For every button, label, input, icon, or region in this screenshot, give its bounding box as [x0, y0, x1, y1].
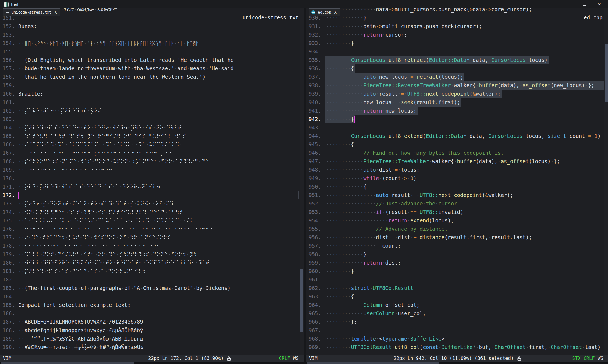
left-vscroll-thumb[interactable]: [300, 269, 303, 332]
code-line[interactable]: 946.············//·Find·out·how·many·byt…: [306, 149, 604, 157]
code-line[interactable]: 178.··⠊⠎·⠔·⠹⠑·⠎⠊⠍⠊⠇⠑⠆·⠁⠝⠙·⠍⠹·⠥⠝⠙⠁⠇⠇⠪⠫·⠙⠁…: [0, 242, 300, 250]
line-number: 190.: [0, 343, 15, 351]
code-line[interactable]: 958.············}: [306, 250, 604, 259]
code-line[interactable]: 174.··⠪⠝·⠅⠝⠪⠇⠫⠛⠑⠂·⠱⠁⠞·⠹⠻⠑·⠊⠎·⠏⠜⠞⠊⠊⠥⠇⠜⠇⠹·…: [0, 208, 300, 216]
code-line[interactable]: 156.··(Old·English,·which·transcribed·in…: [0, 56, 300, 64]
right-code-lines[interactable]: 929.················data->multi_cursors.…: [306, 8, 604, 351]
code-line[interactable]: 947.············PieceTree::TreeWalker·wa…: [306, 157, 604, 166]
pane-splitter[interactable]: [304, 8, 306, 355]
code-line[interactable]: 169.··⠡⠕⠎⠑·⠞⠕·⠏⠥⠞·⠙⠊⠎·⠙⠁⠝⠙·⠞⠕⠲: [0, 166, 300, 174]
left-hscroll-thumb[interactable]: [1, 362, 134, 364]
code-line[interactable]: 166.··⠎⠊⠛⠝⠫·⠃⠹·⠹⠑·⠊⠇⠻⠛⠹⠍⠁⠝⠂·⠹⠑·⠊⠇⠻⠅⠂·⠹⠑·…: [0, 140, 300, 149]
code-line[interactable]: 181.··⡍⠜⠇⠑⠹·⠺⠁⠎·⠁⠎·⠙⠑⠁⠙·⠁⠎·⠁·⠙⠕⠕⠗⠤⠝⠁⠊⠇⠲: [0, 267, 300, 275]
right-hscroll-thumb[interactable]: [307, 362, 439, 364]
code-line[interactable]: 172.: [0, 191, 300, 199]
code-line[interactable]: 950.············{: [306, 183, 604, 191]
code-line[interactable]: 160.Braille:: [0, 90, 300, 98]
code-line[interactable]: 953.················if·(result·==·UTF8::…: [306, 208, 604, 216]
code-line[interactable]: 952.················//·Just·advance·the·…: [306, 199, 604, 208]
code-line[interactable]: 964.············Column·offset_col;: [306, 301, 604, 309]
code-line[interactable]: 942.········}: [306, 115, 604, 123]
code-line[interactable]: 163.: [0, 115, 300, 123]
code-line[interactable]: 165.··⠱⠁⠞⠑⠧⠻·⠁⠃⠳⠞·⠹⠁⠞⠲·⡹⠑·⠗⠑⠛⠊⠌⠻·⠕⠋·⠙⠊⠎·…: [0, 132, 300, 140]
code-line[interactable]: 154.··ᚻᛖ·ᚳᚹᚫᚦ·ᚦᚫᛏ·ᚻᛖ·ᛒᚢᛞᛖ·ᚩᚾ·ᚦᚫᛗ·ᛚᚪᚾᛞᛖ·ᚾ…: [0, 39, 300, 47]
code-line[interactable]: 930.············}: [306, 14, 604, 22]
code-line[interactable]: 187.··ABCDEFGHIJKLMNOPQRSTUVWXYZ·/012345…: [0, 318, 300, 326]
code-line[interactable]: 162.··⡌⠁⠧⠑·⠼⠁⠒··⡍⠜⠇⠑⠹⠰⠎·⡣⠕⠌: [0, 107, 300, 115]
code-line[interactable]: 176.··⠗⠑⠛⠜⠙·⠁·⠊⠕⠋⠋⠔⠤⠝⠁⠊⠇·⠁⠎·⠹⠑·⠙⠑⠁⠙⠑⠌·⠏⠊…: [0, 225, 300, 233]
code-line[interactable]: 180.··⠺⠊⠇⠇·⠹⠻⠑⠋⠕⠗⠑·⠏⠻⠍⠊⠞·⠍⠑·⠞⠕·⠗⠑⠏⠑⠁⠞⠂·⠑…: [0, 259, 300, 267]
code-line[interactable]: 168.··⡎⠊⠗⠕⠕⠛⠑⠰⠎·⠝⠁⠍⠑·⠺⠁⠎·⠛⠕⠕⠙·⠥⠏⠕⠝·⠰⡡⠁⠝⠛…: [0, 157, 300, 166]
code-line[interactable]: 932.············return·cursor;: [306, 31, 604, 39]
code-line[interactable]: 183.··(The·first·couple·of·paragraphs·of…: [0, 284, 300, 292]
code-line[interactable]: 935.········CursorLocus·utf8_retract(Edi…: [306, 56, 604, 64]
code-line[interactable]: 184.: [0, 292, 300, 301]
code-line[interactable]: 939.············auto·result·=·UTF8::next…: [306, 90, 604, 98]
code-line[interactable]: 957.················--count;: [306, 242, 604, 250]
code-line[interactable]: 158.··that·he·lived·in·the·northern·land…: [0, 73, 300, 81]
code-line[interactable]: 969.········UTF8ColResult·utf8_col(const…: [306, 343, 604, 351]
code-line[interactable]: 155.: [0, 47, 300, 56]
code-line[interactable]: 961.: [306, 275, 604, 284]
tab-close-icon[interactable]: X: [334, 10, 337, 14]
code-line[interactable]: 189.··–—‘“”„†•…‰™œŠŸž€·ΑΒΓΔΩαβγδω·АБВГДа…: [0, 335, 300, 343]
close-button[interactable]: ×: [593, 0, 606, 8]
code-line[interactable]: 959.············return·dist;: [306, 259, 604, 267]
code-line[interactable]: 179.··⠩⠁⠇⠇·⠝⠕⠞·⠙⠊⠌⠥⠗⠃·⠊⠞⠂·⠕⠗·⠹⠑·⡊⠳⠝⠞⠗⠹⠰⠎…: [0, 250, 300, 259]
code-line[interactable]: 966.········};: [306, 318, 604, 326]
code-line[interactable]: 188.··abcdefghijklmnopqrstuvwxyz·£©µÀÆÖÞ…: [0, 326, 300, 335]
code-line[interactable]: 945.········{: [306, 140, 604, 149]
code-line[interactable]: 948.············auto·dist·=·locus;: [306, 166, 604, 174]
right-vscroll-thumb[interactable]: [605, 44, 608, 102]
tab-close-icon[interactable]: X: [55, 10, 57, 14]
minimize-button[interactable]: −: [562, 0, 575, 8]
code-line[interactable]: 949.············while·(count·>·0): [306, 174, 604, 183]
code-line[interactable]: 185.Compact·font·selection·example·text:: [0, 301, 300, 309]
code-line[interactable]: 177.··⠔·⠹⠑·⠞⠗⠁⠙⠑⠲·⡃⠥⠞·⠹⠑·⠺⠊⠎⠙⠕⠍·⠕⠋·⠳⠗·⠁⠝…: [0, 233, 300, 242]
code-line[interactable]: 171.··⡕⠇⠙·⡍⠜⠇⠑⠹·⠺⠁⠎·⠁⠎·⠙⠑⠁⠙·⠁⠎·⠁·⠙⠕⠕⠗⠤⠝⠁…: [0, 183, 300, 191]
code-line[interactable]: 955.················//·Advance·by·distan…: [306, 225, 604, 233]
code-line[interactable]: 937.············auto·new_locus·=·retract…: [306, 73, 604, 81]
code-line[interactable]: 152.Runes:: [0, 22, 300, 31]
code-line[interactable]: 190.··∀∂∈ℝ∧∪≡∞·↑↗↨↻⇣·┐┼╔╘░►☺♀·ﬁ�⑀₂ἠḂӥẄɐː…: [0, 343, 300, 351]
code-line[interactable]: 941.············return·new_locus;: [306, 107, 604, 115]
right-lock-icon[interactable]: [517, 358, 521, 361]
code-line[interactable]: 182.: [0, 275, 300, 284]
right-editor-pane[interactable]: 929.················data->multi_cursors.…: [306, 8, 608, 355]
code-line[interactable]: 186.: [0, 309, 300, 318]
code-line[interactable]: 931.············data->multi_cursors.push…: [306, 22, 604, 31]
code-line[interactable]: 153.: [0, 31, 300, 39]
code-line[interactable]: 962.········struct·UTF8ColResult: [306, 284, 604, 292]
left-editor-pane[interactable]: 150.··እግዜር·የከፈተውን·ጉሮሮ·ሳይዘጋው·አይድርም።151.15…: [0, 8, 304, 355]
code-line[interactable]: 929.················data->multi_cursors.…: [306, 8, 604, 14]
code-line[interactable]: 934.: [306, 47, 604, 56]
tab-unicode-stress[interactable]: unicode-stress.txt X: [3, 8, 60, 16]
code-line[interactable]: 167.··⠁⠝⠙·⠹⠑·⠡⠊⠑⠋·⠍⠳⠗⠝⠻⠲·⡎⠊⠗⠕⠕⠛⠑·⠎⠊⠛⠝⠫·⠊…: [0, 149, 300, 157]
code-line[interactable]: 940.············new_locus·=·seek(result.…: [306, 98, 604, 107]
code-line[interactable]: 938.············PieceTree::ReverseTreeWa…: [306, 81, 604, 90]
code-line[interactable]: 968.········template·<typename·BufferLik…: [306, 335, 604, 343]
code-line[interactable]: 175.··⠁·⠙⠕⠕⠗⠤⠝⠁⠊⠇⠲·⡊·⠍⠊⠣⠞·⠙⠁⠧⠑·⠃⠑⠲·⠔⠊⠇⠔⠫…: [0, 216, 300, 225]
code-line[interactable]: 170.: [0, 174, 300, 183]
code-line[interactable]: 161.: [0, 98, 300, 107]
left-code-lines[interactable]: 150.··እግዜር·የከፈተውን·ጉሮሮ·ሳይዘጋው·አይድርም።151.15…: [0, 8, 300, 351]
code-line[interactable]: 933.········}: [306, 39, 604, 47]
code-line[interactable]: 951.················auto·result·=·UTF8::…: [306, 191, 604, 199]
code-line[interactable]: 173.··⡍⠔⠙⠖·⡊·⠙⠕⠝⠰⠞·⠍⠑⠁⠝·⠞⠕·⠎⠁⠹·⠹⠁⠞·⡊·⠅⠝⠪…: [0, 199, 300, 208]
code-line[interactable]: 943.: [306, 123, 604, 132]
code-line[interactable]: 164.··⡍⠜⠇⠑⠹·⠺⠁⠎·⠙⠑⠁⠙⠒·⠞⠕·⠃⠑⠛⠔·⠺⠊⠹⠲·⡹⠻⠑·⠊…: [0, 123, 300, 132]
code-line[interactable]: 944.········CursorLocus·utf8_extend(Edit…: [306, 132, 604, 140]
code-line[interactable]: 936.········{: [306, 64, 604, 73]
code-line[interactable]: 963.········{: [306, 292, 604, 301]
code-line[interactable]: 967.: [306, 326, 604, 335]
code-text: ········struct·UTF8ColResult: [326, 284, 413, 292]
left-lock-icon[interactable]: [227, 358, 231, 361]
tab-ed-cpp[interactable]: ++ ed.cpp X: [309, 8, 340, 16]
code-line[interactable]: 954.····················return·extend(lo…: [306, 216, 604, 225]
code-line[interactable]: 159.: [0, 81, 300, 90]
code-line[interactable]: 956.················dist·=·dist·+·distan…: [306, 233, 604, 242]
code-line[interactable]: 965.············UserColumn·user_col;: [306, 309, 604, 318]
code-line[interactable]: 157.··bude·thaem·lande·northweardum·with…: [0, 64, 300, 73]
maximize-button[interactable]: [578, 0, 591, 8]
code-line[interactable]: 960.········}: [306, 267, 604, 275]
